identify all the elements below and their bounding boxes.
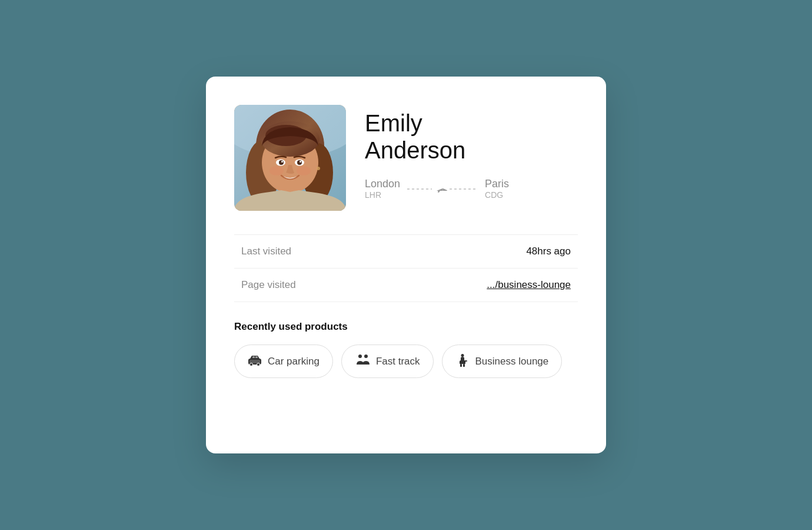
svg-point-16 [269,166,284,175]
product-chip-fast-track[interactable]: Fast track [341,344,434,378]
products-grid: Car parking Fast track [234,344,578,378]
svg-point-12 [279,160,284,165]
info-rows: Last visited 48hrs ago Page visited .../… [234,234,578,302]
svg-point-27 [358,355,362,358]
products-section-title: Recently used products [234,321,578,333]
origin-code: LHR [365,190,400,200]
car-parking-icon [248,355,262,368]
profile-section: Emily Anderson London LHR [234,105,578,211]
destination-code: CDG [485,190,509,200]
flight-destination: Paris CDG [485,178,509,200]
profile-name: Emily Anderson [365,110,509,164]
flight-info: London LHR [365,178,509,200]
svg-rect-26 [255,356,258,358]
svg-point-13 [297,160,302,165]
product-chip-car-parking[interactable]: Car parking [234,344,333,378]
svg-rect-31 [463,364,465,367]
svg-point-18 [317,167,320,170]
profile-info: Emily Anderson London LHR [365,105,509,200]
products-section: Recently used products Car parking [234,321,578,378]
flight-arrow [407,183,478,195]
business-lounge-label: Business lounge [475,356,549,367]
avatar [234,105,346,211]
last-visited-label: Last visited [241,246,291,257]
business-lounge-icon [455,353,470,369]
svg-rect-32 [464,360,467,362]
car-parking-label: Car parking [268,356,320,367]
last-visited-row: Last visited 48hrs ago [234,234,578,269]
flight-origin: London LHR [365,178,400,200]
svg-rect-30 [460,364,462,367]
svg-point-15 [299,161,301,163]
svg-point-23 [250,363,253,366]
profile-card: Emily Anderson London LHR [206,77,606,453]
destination-city: Paris [485,178,509,190]
page-visited-value[interactable]: .../business-lounge [487,279,571,291]
svg-rect-25 [252,356,255,358]
svg-point-24 [257,363,260,366]
svg-point-29 [461,354,464,357]
svg-point-17 [297,166,311,175]
svg-point-14 [281,161,283,163]
page-visited-label: Page visited [241,279,296,291]
fast-track-label: Fast track [376,356,420,367]
fast-track-icon [355,354,370,369]
origin-city: London [365,178,400,190]
last-visited-value: 48hrs ago [526,246,571,257]
product-chip-business-lounge[interactable]: Business lounge [442,344,563,378]
svg-point-28 [364,355,368,358]
page-visited-row: Page visited .../business-lounge [234,269,578,302]
